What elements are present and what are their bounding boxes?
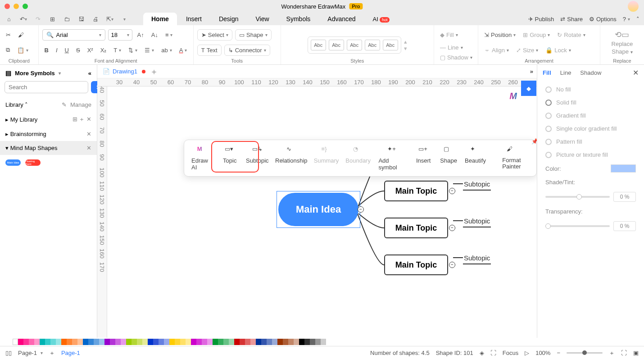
undo-icon[interactable]: ↶ ▾ [19, 14, 28, 23]
new-tab-icon[interactable]: ＋ [150, 66, 158, 77]
style-swatch[interactable]: Abc [311, 40, 326, 50]
save-icon[interactable]: 🖫 [77, 14, 86, 23]
fill-option-pattern[interactable]: Pattern fill [545, 138, 636, 145]
paste-icon[interactable]: 📋▾ [15, 45, 31, 55]
zoom-slider[interactable] [567, 352, 603, 354]
position-dropdown[interactable]: ⇲ Position▾ [482, 30, 518, 40]
print-icon[interactable]: 🖨 [91, 14, 100, 23]
underline-icon[interactable]: U [63, 45, 71, 55]
style-swatch[interactable]: Abc [329, 40, 344, 50]
shape-thumb-main-idea[interactable]: Main Idea [5, 159, 21, 166]
expand-right-icon[interactable]: » [530, 68, 533, 75]
format-brush-icon[interactable]: 🖌 [16, 30, 26, 40]
home-icon[interactable]: ⌂ [5, 14, 14, 23]
node-subtopic[interactable]: Subtopic [463, 252, 491, 264]
page-select[interactable]: Page-1 ▾ [18, 350, 43, 356]
bold-icon[interactable]: B [42, 45, 51, 55]
collapse-node-icon[interactable]: − [449, 225, 455, 231]
fill-tool-icon[interactable]: ◆ [521, 81, 536, 96]
size-dropdown[interactable]: ⤢ Size▾ [514, 45, 540, 55]
style-swatch[interactable]: Abc [347, 40, 362, 50]
insert-button[interactable]: ▭+Insert [413, 144, 434, 173]
text-tool[interactable]: T Text [197, 45, 222, 56]
group-dropdown[interactable]: ⊞ Group▾ [521, 30, 552, 40]
shape-thumb-floating[interactable]: Floating Topic [25, 159, 41, 166]
tab-view[interactable]: View [248, 13, 277, 25]
shade-value[interactable]: 0 % [613, 192, 636, 202]
boundary-button[interactable]: ◔Boundary [344, 144, 372, 173]
align-icon[interactable]: ≡▾ [163, 30, 175, 40]
add-page-icon[interactable]: ＋ [49, 349, 55, 357]
fill-option-none[interactable]: No fill [545, 86, 636, 93]
collapse-node-icon[interactable]: − [449, 188, 455, 194]
color-palette-bar[interactable] [0, 338, 644, 346]
format-painter-button[interactable]: 🖌Format Painter [491, 144, 532, 173]
node-main-topic[interactable]: Main Topic [384, 218, 448, 238]
panel-tab-shadow[interactable]: Shadow [580, 69, 601, 76]
sidebar-section-mylibrary[interactable]: ▸ My Library⊞ ＋ ✕ [0, 112, 97, 127]
close-panel-icon[interactable]: ✕ [633, 68, 639, 77]
node-subtopic[interactable]: Subtopic [463, 178, 491, 191]
align-dropdown[interactable]: ⫟ Align▾ [482, 45, 511, 55]
node-main-topic[interactable]: Main Topic [384, 254, 448, 275]
fit-page-icon[interactable]: ⛶ [621, 350, 627, 356]
node-subtopic[interactable]: Subtopic [463, 215, 491, 227]
text-case-icon[interactable]: ab▾ [159, 45, 174, 55]
node-main-topic[interactable]: Main Topic [384, 181, 448, 201]
styles-up-icon[interactable]: ▴ [404, 38, 407, 45]
presentation-icon[interactable]: ▷ [525, 350, 529, 356]
maximize-window-icon[interactable] [23, 4, 28, 9]
layers-icon[interactable]: ◈ [480, 350, 484, 356]
help-icon[interactable]: ? ▾ [623, 16, 630, 23]
style-swatch[interactable]: Abc [365, 40, 380, 50]
clear-format-icon[interactable]: T▾ [111, 45, 123, 55]
topic-button[interactable]: ▭▾Topic [219, 144, 240, 173]
styles-down-icon[interactable]: ▾ [404, 45, 407, 52]
beautify-button[interactable]: ✦Beautify [463, 144, 488, 173]
fill-option-solid[interactable]: Solid fill [545, 99, 636, 106]
select-tool[interactable]: ➤ Select ▾ [197, 29, 232, 41]
copy-icon[interactable]: ⧉ [4, 45, 12, 55]
relationship-button[interactable]: ∿Relationship [274, 144, 308, 173]
add-symbol-button[interactable]: ✦+Add symbol [376, 144, 409, 173]
export-icon[interactable]: ⇱ ▾ [105, 14, 114, 23]
document-tab[interactable]: 📄 Drawing1 [103, 68, 137, 75]
focus-mode-icon[interactable]: ⛶ [490, 350, 496, 356]
italic-icon[interactable]: I [54, 45, 60, 55]
shadow-dropdown[interactable]: ▢ Shadow▾ [438, 53, 475, 62]
panel-tab-fill[interactable]: Fill [543, 69, 551, 76]
sidebar-header[interactable]: ▤ More Symbols ▾« [0, 65, 97, 81]
sidebar-section-mindmap[interactable]: ▾ Mind Map Shapes✕ [0, 141, 97, 155]
subtopic-button[interactable]: ▭↳Subtopic [244, 144, 270, 173]
transparency-value[interactable]: 0 % [613, 221, 636, 231]
window-controls[interactable] [5, 4, 28, 9]
line-dropdown[interactable]: ― Line▾ [438, 43, 465, 52]
pin-icon[interactable]: 📌 [531, 138, 537, 145]
avatar[interactable] [628, 1, 639, 12]
subscript-icon[interactable]: X₂ [98, 45, 109, 55]
connector-tool[interactable]: ↳ Connector ▾ [224, 45, 270, 56]
fill-option-single-gradient[interactable]: Single color gradient fill [545, 125, 636, 132]
zoom-out-icon[interactable]: − [557, 350, 560, 356]
share-button[interactable]: ⇄ Share [560, 16, 583, 23]
publish-button[interactable]: ✈ Publish [528, 16, 554, 23]
replace-shape-button[interactable]: ⟲▭ Replace Shape ▾ [604, 27, 640, 58]
shape-tool[interactable]: ▭ Shape ▾ [235, 29, 272, 41]
new-icon[interactable]: ⊞ [48, 14, 57, 23]
summary-button[interactable]: ≡}Summary [312, 144, 340, 173]
tab-design[interactable]: Design [211, 13, 247, 25]
panel-tab-line[interactable]: Line [560, 69, 571, 76]
canvas[interactable]: M Main Idea − Main Topic − Main Topic − … [107, 86, 537, 338]
superscript-icon[interactable]: X² [85, 45, 95, 55]
increase-font-icon[interactable]: A↑ [135, 30, 146, 40]
tab-home[interactable]: Home [143, 13, 177, 25]
focus-label[interactable]: Focus [503, 350, 518, 356]
style-swatch[interactable]: Abc [383, 40, 398, 50]
more-icon[interactable]: ▾ [120, 14, 129, 23]
collapse-sidebar-icon[interactable]: « [88, 70, 91, 77]
active-page[interactable]: Page-1 [61, 350, 80, 356]
search-input[interactable] [5, 81, 88, 93]
fill-dropdown[interactable]: ◆ Fill▾ [438, 30, 460, 40]
list-icon[interactable]: ☰▾ [142, 45, 156, 55]
tab-ai[interactable]: AIhot [365, 13, 398, 25]
